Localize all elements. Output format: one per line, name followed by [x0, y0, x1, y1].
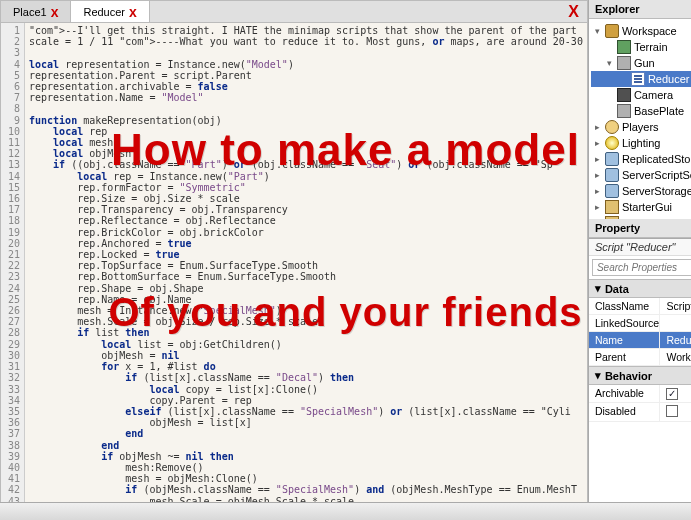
- part-icon: [617, 56, 631, 70]
- tree-label: Gun: [634, 57, 655, 69]
- tree-item-startergui[interactable]: ▸StarterGui: [591, 199, 691, 215]
- tree-item-players[interactable]: ▸Players: [591, 119, 691, 135]
- expand-icon[interactable]: ▸: [593, 154, 602, 164]
- property-value[interactable]: [660, 403, 691, 421]
- property-value[interactable]: [660, 315, 691, 331]
- properties-header[interactable]: Property ▣ ✕: [589, 219, 691, 238]
- tree-item-replicatedstorage[interactable]: ▸ReplicatedStorage: [591, 151, 691, 167]
- camera-icon: [617, 88, 631, 102]
- script-icon: [631, 72, 645, 86]
- explorer-header[interactable]: Explorer ▣ ✕: [589, 0, 691, 19]
- status-bar: [0, 502, 691, 520]
- chevron-down-icon: ▾: [595, 369, 601, 382]
- property-row[interactable]: ParentWorkspace: [589, 349, 691, 366]
- property-row[interactable]: Archivable✓: [589, 385, 691, 403]
- properties-panel: Script "Reducer" ▾DataClassNameScriptLin…: [589, 238, 691, 520]
- property-key: Archivable: [589, 385, 661, 402]
- tree-item-lighting[interactable]: ▸Lighting: [591, 135, 691, 151]
- property-value[interactable]: Workspace: [660, 349, 691, 365]
- service-icon: [605, 168, 619, 182]
- tab-label: Place1: [13, 6, 47, 18]
- explorer-tree[interactable]: ▾WorkspaceTerrain▾GunReducerCameraBasePl…: [589, 19, 691, 219]
- property-group-data[interactable]: ▾Data: [589, 279, 691, 298]
- service-icon: [605, 152, 619, 166]
- chevron-down-icon: ▾: [595, 282, 601, 295]
- tree-label: Terrain: [634, 41, 668, 53]
- properties-title: Property: [595, 222, 640, 234]
- line-gutter: 1234567891011121314151617181920212223242…: [1, 23, 25, 519]
- property-key: LinkedSource: [589, 315, 661, 331]
- tree-item-workspace[interactable]: ▾Workspace: [591, 23, 691, 39]
- light-icon: [605, 136, 619, 150]
- code-editor[interactable]: 1234567891011121314151617181920212223242…: [1, 23, 587, 519]
- property-group-behavior[interactable]: ▾Behavior: [589, 366, 691, 385]
- property-value[interactable]: Reducer: [660, 332, 691, 348]
- property-key: ClassName: [589, 298, 661, 314]
- expand-icon[interactable]: ▾: [593, 26, 602, 36]
- tree-item-serverstorage[interactable]: ▸ServerStorage: [591, 183, 691, 199]
- tab-place[interactable]: Place1 x: [1, 1, 71, 22]
- expand-icon[interactable]: ▸: [593, 138, 602, 148]
- tree-label: Workspace: [622, 25, 677, 37]
- tree-label: Reducer: [648, 73, 690, 85]
- part-icon: [617, 104, 631, 118]
- tree-item-camera[interactable]: Camera: [591, 87, 691, 103]
- expand-icon[interactable]: ▸: [593, 186, 602, 196]
- property-value[interactable]: Script: [660, 298, 691, 314]
- editor-tabs: Place1 x Reducer x X: [1, 1, 587, 23]
- right-dock: Explorer ▣ ✕ ▾WorkspaceTerrain▾GunReduce…: [588, 0, 691, 520]
- tree-label: Players: [622, 121, 659, 133]
- property-key: Parent: [589, 349, 661, 365]
- expand-icon[interactable]: ▸: [593, 122, 602, 132]
- property-value[interactable]: ✓: [660, 385, 691, 402]
- terrain-icon: [617, 40, 631, 54]
- tree-label: Lighting: [622, 137, 661, 149]
- tree-label: ServerStorage: [622, 185, 691, 197]
- property-key: Disabled: [589, 403, 661, 421]
- expand-icon[interactable]: ▾: [605, 58, 614, 68]
- service-icon: [605, 184, 619, 198]
- tree-item-gun[interactable]: ▾Gun: [591, 55, 691, 71]
- code-content[interactable]: "com">--I'll get this straight. I HATE t…: [25, 23, 587, 519]
- folder-icon: [605, 200, 619, 214]
- players-icon: [605, 120, 619, 134]
- tree-label: StarterGui: [622, 201, 672, 213]
- tree-label: ServerScriptService: [622, 169, 691, 181]
- explorer-title: Explorer: [595, 3, 640, 15]
- ws-icon: [605, 24, 619, 38]
- tab-reducer[interactable]: Reducer x: [71, 1, 149, 22]
- script-editor-panel: Place1 x Reducer x X 1234567891011121314…: [0, 0, 588, 520]
- tree-label: ReplicatedStorage: [622, 153, 691, 165]
- properties-subtitle: Script "Reducer": [589, 239, 691, 256]
- close-editor-icon[interactable]: X: [560, 1, 587, 22]
- expand-icon[interactable]: ▸: [593, 202, 602, 212]
- property-row[interactable]: Disabled: [589, 403, 691, 422]
- tree-label: Camera: [634, 89, 673, 101]
- property-row[interactable]: LinkedSource: [589, 315, 691, 332]
- close-icon[interactable]: x: [129, 4, 137, 20]
- tree-item-reducer[interactable]: Reducer: [591, 71, 691, 87]
- tree-item-baseplate[interactable]: BasePlate: [591, 103, 691, 119]
- property-row[interactable]: NameReducer: [589, 332, 691, 349]
- tab-label: Reducer: [83, 6, 125, 18]
- tree-label: BasePlate: [634, 105, 684, 117]
- property-row[interactable]: ClassNameScript: [589, 298, 691, 315]
- checkbox-icon[interactable]: ✓: [666, 388, 678, 400]
- close-icon[interactable]: x: [51, 4, 59, 20]
- properties-search-input[interactable]: [592, 259, 691, 276]
- checkbox-icon[interactable]: [666, 405, 678, 417]
- expand-icon[interactable]: ▸: [593, 170, 602, 180]
- tree-item-terrain[interactable]: Terrain: [591, 39, 691, 55]
- property-key: Name: [589, 332, 661, 348]
- tree-item-serverscriptservice[interactable]: ▸ServerScriptService: [591, 167, 691, 183]
